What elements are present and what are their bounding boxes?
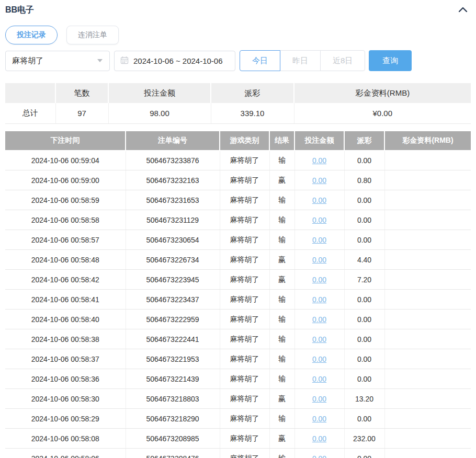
- payout-cell: 7.20: [344, 270, 384, 290]
- result-cell: 输: [269, 329, 294, 349]
- tab-bet-records[interactable]: 投注记录: [5, 26, 58, 44]
- panel-header: BB电子: [5, 4, 471, 16]
- bet-amount-link[interactable]: 0.00: [312, 395, 326, 403]
- bet-time-cell: 2024-10-06 00:59:04: [5, 151, 126, 170]
- today-button[interactable]: 今日: [240, 50, 280, 71]
- bet-amount-link[interactable]: 0.00: [312, 216, 326, 224]
- bet-time-cell: 2024-10-06 00:58:08: [5, 429, 126, 449]
- bet-amount-link[interactable]: 0.00: [312, 196, 326, 204]
- table-row: 2024-10-06 00:58:575064673230654麻将胡了输0.0…: [5, 230, 471, 250]
- jackpot-cell: [384, 270, 471, 290]
- bet-time-cell: 2024-10-06 00:59:00: [5, 170, 126, 190]
- summary-header-bet-amount: 投注金额: [108, 83, 211, 103]
- jackpot-cell: [384, 349, 471, 369]
- jackpot-cell: [384, 170, 471, 190]
- bet-amount-link[interactable]: 0.00: [312, 454, 326, 458]
- result-cell: 输: [269, 151, 294, 170]
- result-cell: 输: [269, 190, 294, 210]
- game-type-cell: 麻将胡了: [220, 250, 269, 270]
- summary-header-row: 笔数 投注金额 派彩 彩金资料(RMB): [5, 83, 471, 103]
- bet-amount-link[interactable]: 0.00: [312, 315, 326, 324]
- summary-total-payout: 339.10: [211, 103, 294, 123]
- bet-amount-link[interactable]: 0.00: [312, 375, 326, 383]
- game-type-select[interactable]: 麻将胡了: [5, 51, 110, 71]
- col-order-number: 注单编号: [126, 131, 220, 151]
- result-cell: 输: [269, 230, 294, 250]
- game-type-cell: 麻将胡了: [220, 310, 269, 329]
- summary-table: 笔数 投注金额 派彩 彩金资料(RMB) 总计 97 98.00 339.10 …: [5, 83, 471, 124]
- summary-total-row: 总计 97 98.00 339.10 ¥0.00: [5, 103, 471, 123]
- bet-time-cell: 2024-10-06 00:58:06: [5, 449, 126, 458]
- bet-time-cell: 2024-10-06 00:58:38: [5, 329, 126, 349]
- bet-amount-link[interactable]: 0.00: [312, 176, 326, 185]
- order-number-cell: 5064673231129: [126, 210, 220, 230]
- payout-cell: 0.00: [344, 230, 384, 250]
- game-type-cell: 麻将胡了: [220, 449, 269, 458]
- payout-cell: 0.00: [344, 310, 384, 329]
- payout-cell: 0.00: [344, 409, 384, 429]
- bet-amount-cell: 0.00: [294, 310, 344, 329]
- payout-cell: 232.00: [344, 429, 384, 449]
- table-row: 2024-10-06 00:58:595064673231653麻将胡了输0.0…: [5, 190, 471, 210]
- order-number-cell: 5064673218290: [126, 409, 220, 429]
- jackpot-cell: [384, 429, 471, 449]
- bet-amount-link[interactable]: 0.00: [312, 276, 326, 284]
- payout-cell: 0.00: [344, 449, 384, 458]
- bet-amount-link[interactable]: 0.00: [312, 256, 326, 264]
- bet-time-cell: 2024-10-06 00:58:57: [5, 230, 126, 250]
- date-range-input[interactable]: 2024-10-06 ~ 2024-10-06: [114, 51, 235, 71]
- collapse-panel-button[interactable]: [455, 6, 471, 14]
- result-cell: 输: [269, 290, 294, 310]
- bet-amount-link[interactable]: 0.00: [312, 156, 326, 165]
- bet-amount-cell: 0.00: [294, 329, 344, 349]
- game-type-cell: 麻将胡了: [220, 389, 269, 409]
- bet-amount-link[interactable]: 0.00: [312, 295, 326, 304]
- table-row: 2024-10-06 00:58:415064673223437麻将胡了输0.0…: [5, 290, 471, 310]
- bet-amount-link[interactable]: 0.00: [312, 335, 326, 344]
- payout-cell: 0.00: [344, 210, 384, 230]
- chevron-down-icon: [97, 58, 103, 64]
- table-row: 2024-10-06 00:59:045064673233876麻将胡了输0.0…: [5, 151, 471, 170]
- tab-cancelled-bets[interactable]: 连消注单: [66, 26, 119, 44]
- order-number-cell: 5064673218803: [126, 389, 220, 409]
- records-table: 下注时间注单编号游戏类别结果投注金额派彩彩金资料(RMB) 2024-10-06…: [5, 131, 471, 458]
- summary-header-payout: 派彩: [211, 83, 294, 103]
- game-type-cell: 麻将胡了: [220, 409, 269, 429]
- bet-amount-link[interactable]: 0.00: [312, 236, 326, 244]
- col-bet-amount: 投注金额: [294, 131, 344, 151]
- query-button[interactable]: 查询: [369, 50, 412, 71]
- game-type-cell: 麻将胡了: [220, 230, 269, 250]
- quick-date-buttons: 今日昨日近8日: [240, 50, 365, 71]
- bet-time-cell: 2024-10-06 00:58:59: [5, 190, 126, 210]
- table-row: 2024-10-06 00:59:005064673232163麻将胡了赢0.0…: [5, 170, 471, 190]
- bet-amount-link[interactable]: 0.00: [312, 434, 326, 443]
- bet-amount-cell: 0.00: [294, 290, 344, 310]
- bet-amount-link[interactable]: 0.00: [312, 355, 326, 363]
- order-number-cell: 5064673223945: [126, 270, 220, 290]
- summary-header-jackpot: 彩金资料(RMB): [294, 83, 471, 103]
- payout-cell: 0.00: [344, 349, 384, 369]
- bet-time-cell: 2024-10-06 00:58:41: [5, 290, 126, 310]
- order-number-cell: 5064673208476: [126, 449, 220, 458]
- payout-cell: 4.40: [344, 250, 384, 270]
- recent-8-days-button[interactable]: 近8日: [320, 50, 365, 71]
- table-row: 2024-10-06 00:58:065064673208476麻将胡了输0.0…: [5, 449, 471, 458]
- bet-time-cell: 2024-10-06 00:58:37: [5, 349, 126, 369]
- col-jackpot: 彩金资料(RMB): [384, 131, 471, 151]
- payout-cell: 0.00: [344, 329, 384, 349]
- col-payout: 派彩: [344, 131, 384, 151]
- game-type-cell: 麻将胡了: [220, 190, 269, 210]
- bet-time-cell: 2024-10-06 00:58:40: [5, 310, 126, 329]
- summary-total-bet-amount: 98.00: [108, 103, 211, 123]
- result-cell: 输: [269, 409, 294, 429]
- jackpot-cell: [384, 230, 471, 250]
- result-cell: 赢: [269, 270, 294, 290]
- bet-amount-cell: 0.00: [294, 449, 344, 458]
- payout-cell: 0.00: [344, 369, 384, 389]
- order-number-cell: 5064673221439: [126, 369, 220, 389]
- payout-cell: 0.00: [344, 190, 384, 210]
- table-row: 2024-10-06 00:58:585064673231129麻将胡了输0.0…: [5, 210, 471, 230]
- yesterday-button[interactable]: 昨日: [280, 50, 321, 71]
- order-number-cell: 5064673208985: [126, 429, 220, 449]
- bet-amount-link[interactable]: 0.00: [312, 415, 326, 423]
